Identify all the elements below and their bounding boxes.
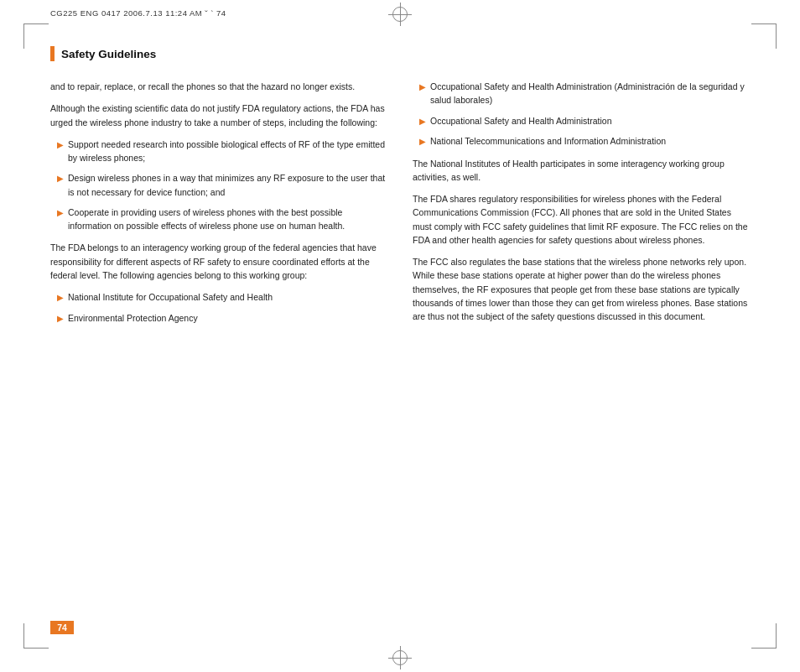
bullet-text: Occupational Safety and Health Administr… xyxy=(430,114,612,128)
left-para-2: Although the existing scientific data do… xyxy=(50,102,387,129)
bullet-arrow-icon: ▶ xyxy=(57,172,64,185)
heading-title: Safety Guidelines xyxy=(61,48,156,60)
heading-bar xyxy=(50,46,55,61)
left-para-1: and to repair, replace, or recall the ph… xyxy=(50,80,387,93)
corner-mark-tl xyxy=(23,23,49,49)
corner-mark-tr xyxy=(751,23,777,49)
bullet-arrow-icon: ▶ xyxy=(419,81,426,94)
bullet-arrow-icon: ▶ xyxy=(419,115,426,128)
bullet-item: ▶ Occupational Safety and Health Adminis… xyxy=(413,80,750,107)
bullet-item: ▶ Cooperate in providing users of wirele… xyxy=(50,206,387,233)
reg-cross-top xyxy=(392,7,408,22)
page-number-badge: 74 xyxy=(50,621,74,634)
bullet-arrow-icon: ▶ xyxy=(419,135,426,148)
corner-mark-br xyxy=(751,623,777,649)
bullet-text: Support needed research into possible bi… xyxy=(68,138,387,165)
bullet-item: ▶ National Telecommunications and Inform… xyxy=(413,134,750,148)
bullet-item: ▶ Design wireless phones in a way that m… xyxy=(50,171,387,199)
bullet-text: Environmental Protection Agency xyxy=(68,311,198,325)
left-para-3: The FDA belongs to an interagency workin… xyxy=(50,241,387,282)
right-para-1: The National Institutes of Health partic… xyxy=(413,157,750,185)
bullet-arrow-icon: ▶ xyxy=(57,312,64,326)
bullet-item: ▶ National Institute for Occupational Sa… xyxy=(50,290,387,305)
bullet-arrow-icon: ▶ xyxy=(57,206,64,220)
right-para-3: The FCC also regulates the base stations… xyxy=(413,255,750,323)
bullet-text: Occupational Safety and Health Administr… xyxy=(430,80,750,107)
left-column: and to repair, replace, or recall the ph… xyxy=(50,80,387,333)
right-para-2: The FDA shares regulatory responsibiliti… xyxy=(413,192,750,247)
left-bullet-list-2: ▶ National Institute for Occupational Sa… xyxy=(50,290,387,325)
bullet-arrow-icon: ▶ xyxy=(57,291,64,305)
bullet-item: ▶ Environmental Protection Agency xyxy=(50,311,387,326)
corner-mark-bl xyxy=(23,623,49,649)
bullet-arrow-icon: ▶ xyxy=(57,138,64,152)
bullet-text: Design wireless phones in a way that min… xyxy=(68,171,387,199)
reg-cross-bottom xyxy=(392,650,408,665)
header-text: CG225 ENG 0417 2006.7.13 11:24 AM ˘ ` 74 xyxy=(50,8,226,18)
bullet-text: National Telecommunications and Informat… xyxy=(430,134,666,148)
section-heading: Safety Guidelines xyxy=(50,46,750,61)
page: CG225 ENG 0417 2006.7.13 11:24 AM ˘ ` 74… xyxy=(0,0,800,672)
bullet-item: ▶ Occupational Safety and Health Adminis… xyxy=(413,114,750,128)
bullet-item: ▶ Support needed research into possible … xyxy=(50,138,387,165)
content-area: Safety Guidelines and to repair, replace… xyxy=(50,46,750,622)
right-column: ▶ Occupational Safety and Health Adminis… xyxy=(413,80,750,333)
left-bullet-list-1: ▶ Support needed research into possible … xyxy=(50,138,387,233)
right-bullet-list-1: ▶ Occupational Safety and Health Adminis… xyxy=(413,80,750,148)
bullet-text: Cooperate in providing users of wireless… xyxy=(68,206,387,233)
bullet-text: National Institute for Occupational Safe… xyxy=(68,290,273,304)
two-column-layout: and to repair, replace, or recall the ph… xyxy=(50,80,750,333)
